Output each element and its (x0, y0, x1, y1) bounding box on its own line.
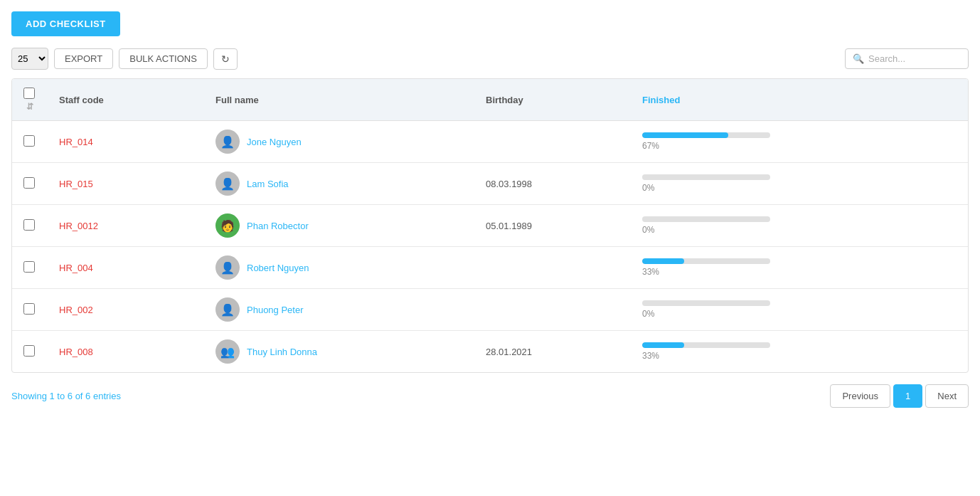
prev-button[interactable]: Previous (830, 384, 890, 408)
row-checkbox-5[interactable] (23, 345, 35, 357)
full-name-cell: 👤Jone Nguyen (204, 121, 474, 163)
avatar: 👥 (215, 339, 240, 364)
page-wrapper: ADD CHECKLIST 25 10 50 100 EXPORT BULK A… (0, 0, 980, 496)
finished-content: 33% (642, 258, 957, 277)
checklist-table: ⇵ Staff code Full name Birthday Finished… (12, 79, 968, 372)
progress-bar-bg (642, 258, 770, 264)
full-name-cell: 🧑Phan Robector (204, 205, 474, 247)
table-container: ⇵ Staff code Full name Birthday Finished… (11, 78, 969, 373)
finished-content: 33% (642, 342, 957, 361)
progress-pct: 67% (642, 141, 957, 151)
search-wrapper: 🔍 (845, 48, 969, 69)
birthday-cell: 05.01.1989 (474, 205, 631, 247)
showing-prefix: Showing (11, 391, 49, 401)
birthday-value: 08.03.1998 (486, 179, 532, 189)
row-checkbox-cell (12, 205, 48, 247)
name-content: 👥Thuy Linh Donna (215, 339, 463, 364)
staff-code: HR_002 (59, 305, 93, 315)
bulk-actions-button[interactable]: BULK ACTIONS (119, 48, 208, 69)
row-checkbox-cell (12, 331, 48, 373)
table-body: HR_014👤Jone Nguyen67%HR_015👤Lam Sofia08.… (12, 121, 968, 373)
col-header-staff-code: Staff code (48, 79, 204, 121)
birthday-value: 05.01.1989 (486, 221, 532, 231)
select-all-checkbox[interactable] (23, 88, 35, 99)
finished-content: 0% (642, 174, 957, 193)
employee-name[interactable]: Thuy Linh Donna (247, 347, 317, 357)
row-checkbox-cell (12, 247, 48, 289)
birthday-cell: 08.03.1998 (474, 163, 631, 205)
col-header-finished: Finished (631, 79, 968, 121)
finished-cell: 0% (631, 163, 968, 205)
table-row: HR_0012🧑Phan Robector05.01.19890% (12, 205, 968, 247)
staff-code-cell: HR_008 (48, 331, 204, 373)
finished-cell: 0% (631, 205, 968, 247)
finished-cell: 33% (631, 247, 968, 289)
table-row: HR_002👤Phuong Peter0% (12, 289, 968, 331)
name-content: 👤Phuong Peter (215, 297, 463, 322)
staff-code-cell: HR_002 (48, 289, 204, 331)
staff-code-cell: HR_014 (48, 121, 204, 163)
showing-range: 1 to 6 (49, 391, 73, 401)
employee-name[interactable]: Lam Sofia (247, 179, 289, 189)
employee-name[interactable]: Phuong Peter (247, 305, 304, 315)
table-row: HR_004👤Robert Nguyen33% (12, 247, 968, 289)
progress-bar-bg (642, 216, 770, 222)
full-name-cell: 👥Thuy Linh Donna (204, 331, 474, 373)
birthday-cell (474, 247, 631, 289)
progress-bar-bg (642, 132, 770, 138)
staff-code: HR_004 (59, 263, 93, 273)
refresh-button[interactable]: ↻ (213, 48, 238, 70)
full-name-cell: 👤Robert Nguyen (204, 247, 474, 289)
col-header-checkbox: ⇵ (12, 79, 48, 121)
table-row: HR_008👥Thuy Linh Donna28.01.202133% (12, 331, 968, 373)
row-checkbox-3[interactable] (23, 261, 35, 273)
progress-pct: 0% (642, 183, 957, 193)
progress-pct: 33% (642, 267, 957, 277)
table-row: HR_014👤Jone Nguyen67% (12, 121, 968, 163)
employee-name[interactable]: Jone Nguyen (247, 137, 302, 147)
row-checkbox-1[interactable] (23, 177, 35, 189)
avatar: 👤 (215, 297, 240, 322)
progress-pct: 33% (642, 351, 957, 361)
row-checkbox-cell (12, 163, 48, 205)
row-checkbox-2[interactable] (23, 219, 35, 231)
staff-code: HR_014 (59, 137, 93, 147)
progress-bar-bg (642, 342, 770, 348)
birthday-cell (474, 289, 631, 331)
progress-bar-fill (642, 132, 728, 138)
finished-content: 0% (642, 300, 957, 319)
finished-content: 0% (642, 216, 957, 235)
showing-text: Showing 1 to 6 of 6 entries (11, 391, 121, 401)
finished-cell: 33% (631, 331, 968, 373)
search-input[interactable] (868, 53, 961, 64)
progress-bar-bg (642, 300, 770, 306)
next-button[interactable]: Next (925, 384, 969, 408)
pagination-area: Showing 1 to 6 of 6 entries Previous 1 N… (11, 384, 969, 408)
add-checklist-button[interactable]: ADD CHECKLIST (11, 11, 120, 36)
row-checkbox-0[interactable] (23, 135, 35, 147)
staff-code: HR_015 (59, 179, 93, 189)
table-row: HR_015👤Lam Sofia08.03.19980% (12, 163, 968, 205)
finished-cell: 0% (631, 289, 968, 331)
name-content: 👤Jone Nguyen (215, 130, 463, 154)
page-1-button[interactable]: 1 (893, 384, 922, 408)
progress-pct: 0% (642, 225, 957, 235)
export-button[interactable]: EXPORT (54, 48, 113, 69)
row-checkbox-cell (12, 289, 48, 331)
sort-icon[interactable]: ⇵ (26, 102, 33, 112)
progress-bar-fill (642, 258, 684, 264)
finished-cell: 67% (631, 121, 968, 163)
per-page-select[interactable]: 25 10 50 100 (11, 48, 48, 70)
birthday-value: 28.01.2021 (486, 347, 532, 357)
employee-name[interactable]: Phan Robector (247, 221, 309, 231)
row-checkbox-cell (12, 121, 48, 163)
table-header-row: ⇵ Staff code Full name Birthday Finished (12, 79, 968, 121)
name-content: 👤Lam Sofia (215, 172, 463, 196)
staff-code-cell: HR_015 (48, 163, 204, 205)
progress-pct: 0% (642, 309, 957, 319)
staff-code-cell: HR_0012 (48, 205, 204, 247)
employee-name[interactable]: Robert Nguyen (247, 263, 309, 273)
staff-code: HR_0012 (59, 221, 98, 231)
col-header-birthday: Birthday (474, 79, 631, 121)
row-checkbox-4[interactable] (23, 303, 35, 315)
